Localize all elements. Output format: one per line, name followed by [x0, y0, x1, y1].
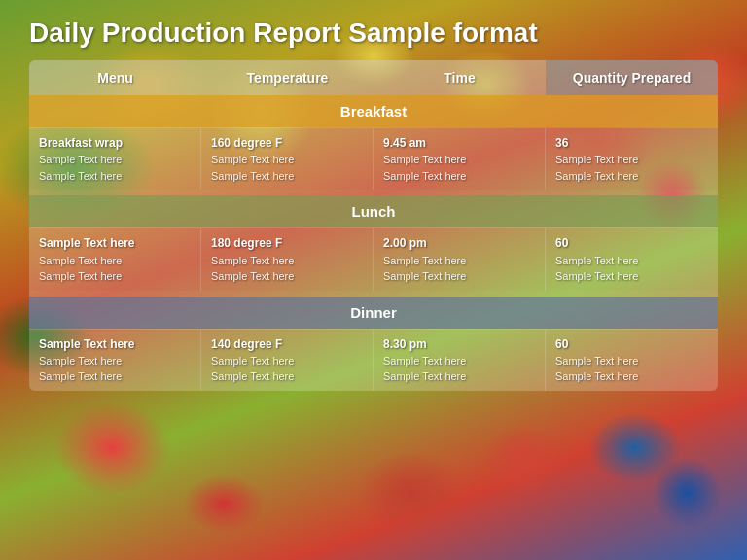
header-time: Time [374, 60, 546, 95]
lunch-temp-cell: 180 degree F Sample Text here Sample Tex… [201, 228, 374, 290]
table-row: Sample Text here Sample Text here Sample… [29, 228, 718, 290]
lunch-time-cell: 2.00 pm Sample Text here Sample Text her… [374, 228, 546, 290]
table-header: Menu Temperature Time Quantity Prepared [29, 60, 718, 95]
lunch-qty-cell: 60 Sample Text here Sample Text here [546, 228, 718, 290]
page-title: Daily Production Report Sample format [29, 18, 718, 49]
lunch-menu-cell: Sample Text here Sample Text here Sample… [29, 228, 201, 290]
section-lunch: Lunch [29, 195, 718, 228]
dinner-temp-cell: 140 degree F Sample Text here Sample Tex… [201, 330, 374, 391]
header-quantity: Quantity Prepared [546, 60, 718, 95]
page-container: Daily Production Report Sample format Me… [0, 0, 747, 560]
section-dinner: Dinner [29, 297, 718, 329]
header-menu: Menu [29, 60, 201, 95]
table-row: Breakfast wrap Sample Text here Sample T… [29, 127, 718, 190]
dinner-time-cell: 8.30 pm Sample Text here Sample Text her… [374, 330, 546, 391]
header-temperature: Temperature [201, 60, 374, 95]
breakfast-time-cell: 9.45 am Sample Text here Sample Text her… [374, 128, 546, 190]
report-table: Menu Temperature Time Quantity Prepared … [29, 60, 718, 391]
breakfast-menu-cell: Breakfast wrap Sample Text here Sample T… [29, 128, 201, 190]
breakfast-qty-cell: 36 Sample Text here Sample Text here [546, 128, 718, 190]
table-row: Sample Text here Sample Text here Sample… [29, 329, 718, 391]
section-breakfast: Breakfast [29, 95, 718, 127]
dinner-menu-cell: Sample Text here Sample Text here Sample… [29, 330, 201, 391]
breakfast-temp-cell: 160 degree F Sample Text here Sample Tex… [201, 128, 374, 190]
dinner-qty-cell: 60 Sample Text here Sample Text here [546, 330, 718, 391]
